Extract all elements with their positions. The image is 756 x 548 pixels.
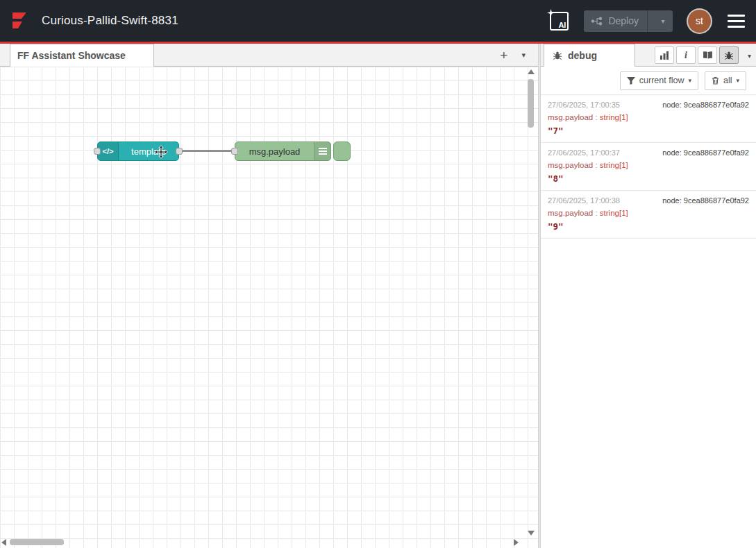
canvas-vertical-scrollbar[interactable]	[526, 68, 535, 537]
scroll-down-arrow-icon[interactable]	[528, 531, 535, 536]
sparkle-icon	[547, 9, 555, 17]
sidebar-tab-help[interactable]	[698, 46, 717, 64]
menu-bar	[728, 15, 745, 17]
sidebar-tab-dashboard[interactable]	[655, 46, 674, 64]
debug-message-value[interactable]: "9"	[548, 221, 749, 232]
trash-icon	[712, 76, 719, 85]
property-separator: :	[593, 209, 600, 217]
debug-clear-button[interactable]: all ▾	[705, 71, 746, 90]
template-icon: </>	[98, 142, 119, 160]
canvas-horizontal-scrollbar[interactable]	[1, 538, 519, 547]
menu-bar	[728, 26, 745, 28]
debug-console-icon	[314, 142, 330, 160]
app-window: Curious-Pallid-Swift-8831 AI Deploy ▾	[0, 0, 756, 548]
workspace-tab-label: FF Assistant Showcase	[17, 50, 126, 61]
debug-message[interactable]: 27/06/2025, 17:00:35 node: 9cea886877e0f…	[541, 95, 756, 143]
horizontal-scroll-thumb[interactable]	[10, 539, 64, 545]
sidebar-tabbar: debug i	[541, 44, 756, 67]
flowfuse-logo[interactable]	[10, 10, 33, 31]
editor-pane: FF Assistant Showcase + ▾ </> template m…	[0, 44, 538, 548]
sidebar: debug i	[541, 44, 756, 548]
hamburger-menu-icon[interactable]	[726, 12, 746, 31]
debug-clear-label: all	[723, 76, 732, 85]
deploy-label: Deploy	[608, 15, 639, 26]
debug-message-timestamp: 27/06/2025, 17:00:38	[548, 196, 620, 205]
clear-caret-icon: ▾	[736, 78, 739, 84]
add-flow-button[interactable]: +	[500, 49, 507, 62]
property-path: msg.payload	[548, 209, 593, 217]
header: Curious-Pallid-Swift-8831 AI Deploy ▾	[0, 0, 756, 44]
flow-canvas[interactable]: </> template msg.payload	[0, 67, 538, 548]
bug-icon	[553, 51, 562, 60]
workspace-tab-actions: + ▾	[500, 44, 526, 67]
flowfuse-logo-icon	[10, 10, 33, 31]
debug-message-timestamp: 27/06/2025, 17:00:37	[548, 148, 620, 157]
debug-message[interactable]: 27/06/2025, 17:00:38 node: 9cea886877e0f…	[541, 191, 756, 239]
bug-icon	[724, 51, 734, 60]
debug-message-property: msg.payload : string[1]	[548, 209, 749, 217]
debug-message-node-id: node: 9cea886877e0fa92	[662, 148, 749, 157]
debug-message-meta: 27/06/2025, 17:00:35 node: 9cea886877e0f…	[548, 101, 749, 109]
debug-message-value[interactable]: "8"	[548, 173, 749, 184]
property-separator: :	[593, 113, 600, 121]
ai-label: AI	[558, 21, 566, 29]
debug-message-node-id: node: 9cea886877e0fa92	[662, 101, 749, 109]
debug-message-meta: 27/06/2025, 17:00:38 node: 9cea886877e0f…	[548, 196, 749, 205]
sidebar-tab-debug-label: debug	[568, 50, 597, 61]
filter-caret-icon: ▾	[688, 78, 691, 84]
user-avatar[interactable]: st	[688, 10, 711, 33]
workspace-tabbar: FF Assistant Showcase + ▾	[0, 44, 538, 67]
vertical-scroll-thumb[interactable]	[528, 79, 534, 128]
property-path: msg.payload	[548, 113, 593, 121]
sidebar-tab-debug[interactable]: debug	[544, 44, 635, 67]
sidebar-icon-tabs: i	[655, 46, 739, 64]
menu-bar	[728, 20, 745, 22]
debug-filter-button[interactable]: current flow ▾	[620, 71, 698, 90]
debug-filter-label: current flow	[639, 76, 684, 85]
property-type: string[1]	[600, 209, 628, 217]
debug-message-property: msg.payload : string[1]	[548, 113, 749, 121]
mouse-move-cursor	[153, 145, 169, 160]
wire-template-to-debug[interactable]	[178, 150, 236, 152]
debug-message-node-id: node: 9cea886877e0fa92	[662, 196, 749, 205]
node-debug[interactable]: msg.payload	[235, 142, 331, 161]
bar-chart-icon	[660, 51, 669, 60]
debug-message[interactable]: 27/06/2025, 17:00:37 node: 9cea886877e0f…	[541, 143, 756, 191]
deploy-button[interactable]: Deploy ▾	[584, 10, 673, 32]
debug-message-timestamp: 27/06/2025, 17:00:35	[548, 101, 620, 109]
deploy-divider	[647, 10, 648, 32]
scroll-right-arrow-icon[interactable]	[514, 539, 519, 546]
flow-list-caret-icon[interactable]: ▾	[521, 51, 526, 59]
template-input-port[interactable]	[94, 148, 101, 155]
tab-ff-assistant-showcase[interactable]: FF Assistant Showcase	[10, 44, 154, 67]
sidebar-tabs-caret-icon[interactable]: ▾	[748, 52, 751, 60]
header-actions: AI Deploy ▾ st	[550, 10, 746, 33]
debug-input-port[interactable]	[231, 148, 238, 155]
debug-message-value[interactable]: "7"	[548, 126, 749, 136]
property-path: msg.payload	[548, 161, 593, 169]
property-type: string[1]	[600, 113, 628, 121]
debug-message-list: 27/06/2025, 17:00:35 node: 9cea886877e0f…	[541, 94, 756, 548]
deploy-caret-icon[interactable]: ▾	[653, 17, 673, 25]
property-separator: :	[593, 161, 600, 169]
debug-message-meta: 27/06/2025, 17:00:37 node: 9cea886877e0f…	[548, 148, 749, 157]
debug-message-property: msg.payload : string[1]	[548, 161, 749, 169]
book-icon	[703, 51, 713, 60]
node-debug-label: msg.payload	[235, 142, 314, 160]
scroll-left-arrow-icon[interactable]	[1, 539, 6, 546]
info-icon: i	[684, 50, 687, 61]
sidebar-tab-info[interactable]: i	[676, 46, 696, 64]
deploy-icon	[591, 17, 603, 26]
sidebar-tab-debug-icon[interactable]	[719, 46, 739, 64]
filter-funnel-icon	[627, 77, 635, 85]
template-output-port[interactable]	[176, 148, 183, 155]
scroll-up-arrow-icon[interactable]	[528, 69, 535, 74]
debug-enable-toggle[interactable]	[333, 142, 351, 161]
main-area: FF Assistant Showcase + ▾ </> template m…	[0, 44, 756, 548]
debug-toolbar: current flow ▾ all ▾	[541, 67, 756, 94]
ai-assistant-button[interactable]: AI	[550, 12, 569, 31]
instance-title: Curious-Pallid-Swift-8831	[42, 14, 178, 28]
property-type: string[1]	[600, 161, 628, 169]
node-template-label: template	[119, 142, 178, 160]
